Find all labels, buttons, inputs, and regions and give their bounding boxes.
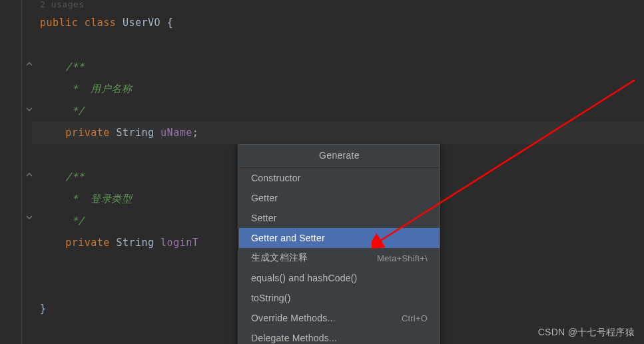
gutter <box>0 0 32 344</box>
watermark: CSDN @十七号程序猿 <box>538 327 635 339</box>
popup-item[interactable]: Setter <box>239 208 440 228</box>
popup-item-label: 生成文档注释 <box>251 252 308 264</box>
popup-item-shortcut: Ctrl+O <box>402 313 428 323</box>
popup-item[interactable]: equals() and hashCode() <box>239 268 440 288</box>
javadoc-close[interactable]: */ <box>32 100 644 122</box>
fold-icon[interactable] <box>25 61 33 69</box>
javadoc-line[interactable]: * 用户名称 <box>32 78 644 100</box>
code-line-blank[interactable] <box>32 34 644 56</box>
popup-item[interactable]: 生成文档注释Meta+Shift+\ <box>239 248 440 268</box>
fold-icon[interactable] <box>25 215 33 223</box>
popup-item[interactable]: toString() <box>239 288 440 308</box>
generate-popup: Generate ConstructorGetterSetterGetter a… <box>238 144 440 344</box>
popup-item-shortcut: Meta+Shift+\ <box>377 253 428 263</box>
popup-item[interactable]: Getter <box>239 188 440 208</box>
popup-item-label: Setter <box>251 213 277 223</box>
popup-item-label: toString() <box>251 293 291 303</box>
javadoc-open[interactable]: /** <box>32 56 644 78</box>
popup-item-label: Getter <box>251 193 278 203</box>
usages-hint[interactable]: 2 usages <box>32 0 644 12</box>
fold-icon[interactable] <box>25 107 33 115</box>
popup-item[interactable]: Delegate Methods... <box>239 328 440 344</box>
code-line[interactable]: public class UserVO { <box>32 12 644 34</box>
popup-item[interactable]: Getter and Setter <box>239 228 440 248</box>
popup-item-label: Override Methods... <box>251 313 336 323</box>
code-line-field[interactable]: private String uName; <box>32 122 644 144</box>
popup-item-label: equals() and hashCode() <box>251 273 357 283</box>
popup-item[interactable]: Override Methods...Ctrl+O <box>239 308 440 328</box>
popup-item-label: Delegate Methods... <box>251 333 337 343</box>
popup-item-label: Constructor <box>251 173 301 183</box>
popup-item-label: Getter and Setter <box>251 233 325 243</box>
fold-icon[interactable] <box>25 172 33 180</box>
popup-item[interactable]: Constructor <box>239 168 440 188</box>
popup-title: Generate <box>239 145 440 168</box>
